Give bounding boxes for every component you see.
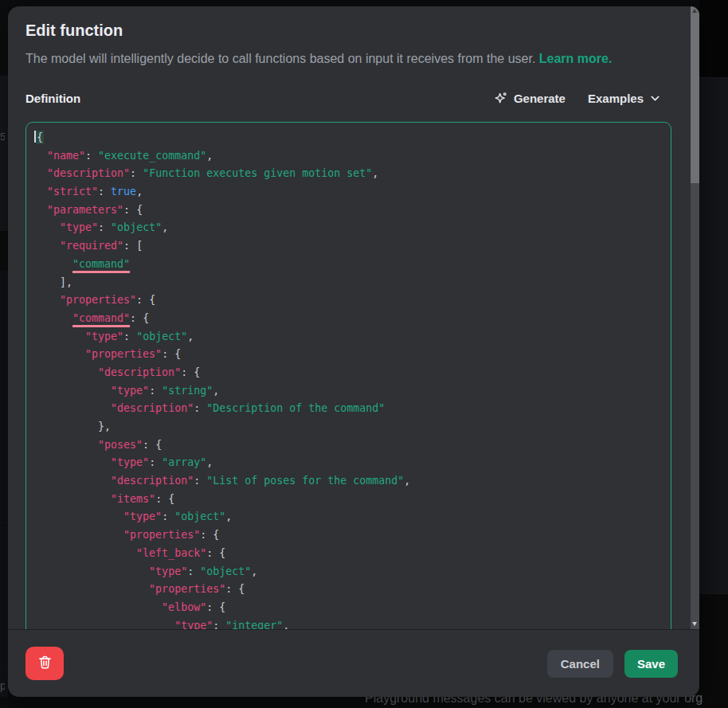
code-line[interactable]: "command": { <box>34 310 663 328</box>
edit-function-modal: Edit function The model will intelligent… <box>8 6 699 697</box>
examples-label: Examples <box>588 92 644 105</box>
code-line[interactable]: "description": "Function executes given … <box>34 165 663 183</box>
definition-actions: Generate Examples <box>493 91 661 106</box>
page-background-left-rows <box>0 271 8 697</box>
page-background-left-block <box>0 76 8 231</box>
clipped-text-fragment: p <box>0 679 5 692</box>
code-line[interactable]: ], <box>34 274 663 292</box>
modal-scroll-area[interactable]: Edit function The model will intelligent… <box>8 6 699 629</box>
modal-subtitle: The model will intelligently decide to c… <box>25 50 661 68</box>
code-line[interactable]: "description": "List of poses for the co… <box>34 472 663 491</box>
code-line[interactable]: "strict": true, <box>34 183 663 201</box>
json-code[interactable]: { "name": "execute_command", "descriptio… <box>26 123 671 629</box>
code-line[interactable]: "properties": { <box>34 526 663 545</box>
function-definition-editor[interactable]: { "name": "execute_command", "descriptio… <box>25 122 671 629</box>
sparkle-icon <box>493 91 508 106</box>
code-line[interactable]: "type": "string", <box>34 382 663 401</box>
code-line[interactable]: "type": "integer", <box>34 617 663 629</box>
code-line[interactable]: "left_back": { <box>34 545 663 563</box>
scrollbar[interactable] <box>691 6 699 629</box>
code-line[interactable]: "poses": { <box>34 436 663 455</box>
generate-label: Generate <box>514 92 566 105</box>
code-line[interactable]: "description": { <box>34 364 663 382</box>
code-line[interactable]: "command" <box>34 256 663 274</box>
trash-icon <box>37 654 53 673</box>
learn-more-link[interactable]: Learn more. <box>539 52 613 65</box>
modal-title: Edit function <box>25 20 661 41</box>
chevron-down-icon <box>649 92 661 104</box>
code-line[interactable]: "items": { <box>34 491 663 509</box>
page-background-bottom-right <box>699 593 728 708</box>
code-line[interactable]: "elbow": { <box>34 599 663 617</box>
scrollbar-thumb[interactable] <box>691 6 699 183</box>
scrollbar-up-arrow[interactable] <box>692 9 697 13</box>
clipped-text-fragment: 5 <box>0 131 5 143</box>
code-line[interactable]: }, <box>34 418 663 436</box>
code-line[interactable]: "properties": { <box>34 291 663 310</box>
page-background-panel-right <box>699 77 728 593</box>
definition-label: Definition <box>25 92 80 105</box>
code-line[interactable]: "type": "object", <box>34 508 663 526</box>
code-line[interactable]: "name": "execute_command", <box>34 147 663 166</box>
scrollbar-down-arrow[interactable] <box>692 622 697 626</box>
code-line[interactable]: "required": [ <box>34 237 663 256</box>
code-line[interactable]: { <box>34 129 663 147</box>
cancel-button[interactable]: Cancel <box>547 650 613 678</box>
code-line[interactable]: "properties": { <box>34 581 663 599</box>
save-button[interactable]: Save <box>624 650 678 678</box>
code-line[interactable]: "type": "object", <box>34 563 663 581</box>
code-line[interactable]: "type": "object", <box>34 328 663 346</box>
code-line[interactable]: "parameters": { <box>34 201 663 220</box>
code-line[interactable]: "type": "object", <box>34 219 663 237</box>
generate-button[interactable]: Generate <box>493 91 566 106</box>
delete-function-button[interactable] <box>25 647 64 680</box>
definition-toolbar: Definition Generate Examples <box>25 91 661 106</box>
code-line[interactable]: "properties": { <box>34 346 663 364</box>
code-line[interactable]: "description": "Description of the comma… <box>34 400 663 418</box>
code-line[interactable]: "type": "array", <box>34 454 663 472</box>
modal-footer: Cancel Save <box>8 629 699 697</box>
examples-dropdown[interactable]: Examples <box>588 92 661 105</box>
subtitle-text: The model will intelligently decide to c… <box>25 52 535 65</box>
page-background-top-right <box>699 0 728 77</box>
